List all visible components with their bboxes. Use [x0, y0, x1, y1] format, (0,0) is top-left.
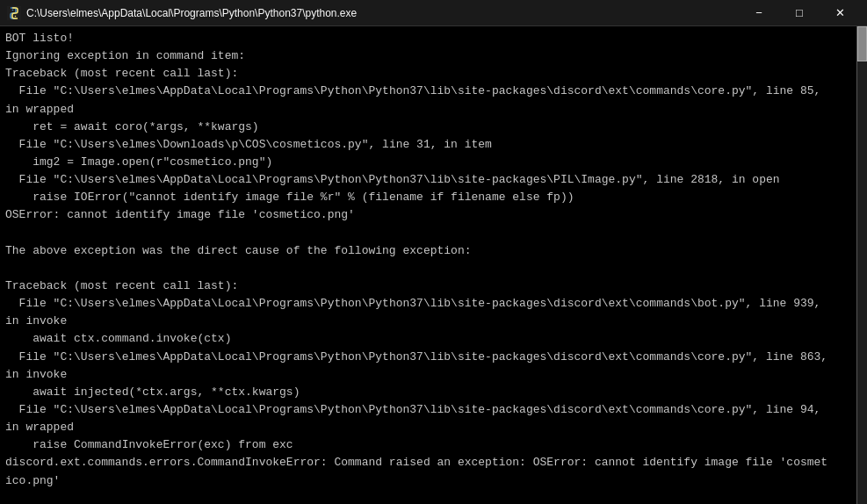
scrollbar-thumb[interactable] [857, 26, 867, 61]
console-line: Traceback (most recent call last): [5, 65, 851, 83]
console-line: File "C:\Users\elmes\AppData\Local\Progr… [5, 401, 851, 419]
console-line: File "C:\Users\elmes\AppData\Local\Progr… [5, 349, 851, 366]
console-output[interactable]: BOT listo!Ignoring exception in command … [0, 26, 856, 504]
console-line: Traceback (most recent call last): [5, 277, 851, 295]
title-bar: C:\Users\elmes\AppData\Local\Programs\Py… [0, 0, 867, 26]
console-line: BOT listo! [5, 30, 851, 47]
console-line: in wrapped [5, 101, 851, 119]
console-line: img2 = Image.open(r"cosmetico.png") [5, 154, 851, 171]
console-line [5, 225, 851, 242]
console-line: The above exception was the direct cause… [5, 242, 851, 260]
minimize-button[interactable]: − [739, 0, 779, 26]
console-line: await ctx.command.invoke(ctx) [5, 330, 851, 348]
console-line: raise IOError("cannot identify image fil… [5, 189, 851, 206]
console-line: raise CommandInvokeError(exc) from exc [5, 436, 851, 454]
console-line: Ignoring exception in command item: [5, 47, 851, 65]
console-line: File "C:\Users\elmes\Downloads\p\COS\cos… [5, 136, 851, 154]
console-line: await injected(*ctx.args, **ctx.kwargs) [5, 384, 851, 401]
console-line: File "C:\Users\elmes\AppData\Local\Progr… [5, 295, 851, 313]
console-line: OSError: cannot identify image file 'cos… [5, 206, 851, 224]
maximize-button[interactable]: □ [779, 0, 820, 26]
window-controls: − □ ✕ [739, 0, 860, 26]
vertical-scrollbar[interactable] [856, 26, 867, 504]
console-line: File "C:\Users\elmes\AppData\Local\Progr… [5, 171, 851, 189]
console-line: File "C:\Users\elmes\AppData\Local\Progr… [5, 83, 851, 100]
python-icon [7, 6, 21, 20]
svg-point-2 [15, 15, 17, 17]
console-line [5, 260, 851, 277]
window-title: C:\Users\elmes\AppData\Local\Programs\Py… [26, 7, 739, 19]
svg-point-1 [12, 9, 14, 11]
console-line: in wrapped [5, 419, 851, 436]
console-line: in invoke [5, 313, 851, 330]
console-area: BOT listo!Ignoring exception in command … [0, 26, 867, 504]
console-line: discord.ext.commands.errors.CommandInvok… [5, 454, 851, 472]
main-window: C:\Users\elmes\AppData\Local\Programs\Py… [0, 0, 867, 504]
close-button[interactable]: ✕ [820, 0, 860, 26]
console-line: ico.png' [5, 472, 851, 490]
console-line: ret = await coro(*args, **kwargs) [5, 119, 851, 136]
console-line: in invoke [5, 366, 851, 384]
